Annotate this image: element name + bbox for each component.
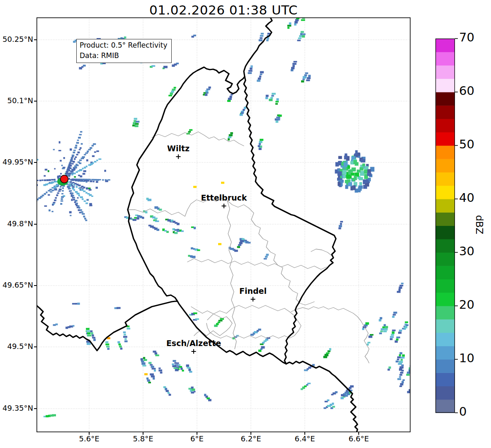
city-label: Wiltz: [167, 144, 190, 153]
colorbar-tick-label: 0: [459, 404, 467, 419]
lat-tick-mark: [34, 346, 36, 347]
city-marker: [192, 349, 196, 354]
lat-tick-mark: [34, 39, 36, 40]
city-label: Findel: [239, 286, 267, 295]
colorbar-tick-label: 20: [459, 298, 474, 312]
city-labels: WiltzEttelbruckFindelEsch/Alzette: [166, 144, 267, 354]
lon-tick-label: 6.2°E: [232, 434, 270, 443]
lon-tick-mark: [250, 432, 251, 435]
lon-tick-mark: [304, 432, 305, 435]
radar-echoes: [36, 17, 411, 417]
city-label: Esch/Alzette: [166, 339, 221, 348]
lon-tick-mark: [197, 432, 197, 435]
colorbar-tick-label: 40: [459, 191, 474, 205]
city-marker: [251, 297, 255, 302]
lon-tick-mark: [89, 432, 89, 435]
lon-tick-mark: [358, 432, 359, 435]
lon-tick-label: 5.6°E: [70, 434, 108, 443]
lon-tick-mark: [143, 432, 143, 435]
lon-tick-label: 6.6°E: [340, 434, 377, 443]
lon-tick-label: 5.8°E: [124, 434, 162, 443]
city-marker: [176, 155, 181, 159]
colorbar-tick-label: 70: [459, 30, 474, 44]
radar-map: WiltzEttelbruckFindelEsch/Alzette: [36, 17, 411, 432]
lat-tick-mark: [34, 101, 36, 101]
city-label: Ettelbruck: [201, 193, 247, 202]
map-frame: [37, 18, 410, 432]
colorbar-tick-label: 10: [459, 351, 474, 365]
lat-tick-label: 49.95°N: [0, 157, 33, 166]
lat-tick-mark: [34, 224, 36, 224]
lat-tick-label: 50.1°N: [0, 96, 33, 105]
map-area: WiltzEttelbruckFindelEsch/Alzette Produc…: [36, 17, 411, 432]
lat-tick-label: 49.5°N: [0, 342, 33, 351]
radar-page: 01.02.2026 01:38 UTC WiltzEttelbruckFind…: [0, 0, 491, 448]
product-line: Product: 0.5° Reflectivity: [80, 40, 168, 51]
radar-clutter-spokes: [36, 131, 110, 221]
graticule: [36, 17, 411, 432]
lat-tick-label: 50.25°N: [0, 35, 33, 44]
colorbar-unit-label: dBZ: [474, 215, 485, 238]
colorbar-tick-label: 30: [459, 244, 474, 258]
lat-tick-mark: [34, 162, 36, 162]
page-title: 01.02.2026 01:38 UTC: [36, 2, 411, 17]
colorbar-tick-label: 50: [459, 137, 474, 151]
lat-tick-mark: [34, 285, 36, 286]
lat-tick-label: 49.35°N: [0, 404, 33, 412]
product-info-box: Product: 0.5° Reflectivity Data: RMIB: [76, 39, 172, 63]
lat-tick-mark: [34, 408, 36, 409]
lat-tick-label: 49.65°N: [0, 281, 33, 289]
lon-tick-label: 6.4°E: [286, 434, 323, 443]
lon-tick-label: 6°E: [178, 434, 216, 443]
data-source-line: Data: RMIB: [80, 51, 168, 61]
lat-tick-label: 49.8°N: [0, 219, 33, 228]
city-marker: [222, 204, 226, 208]
colorbar-tick-label: 60: [459, 84, 474, 98]
